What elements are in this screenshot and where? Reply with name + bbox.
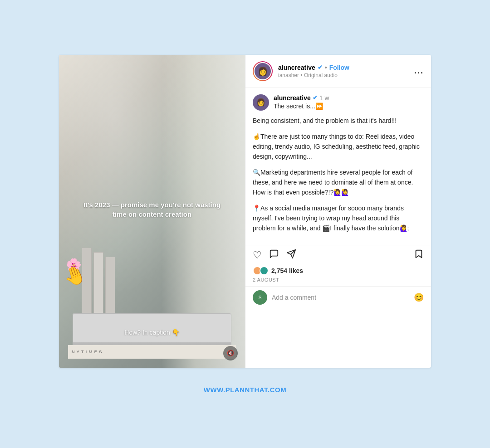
commenter-avatar-text: S xyxy=(259,295,262,300)
newspaper-decoration: N Y T I M E S xyxy=(68,345,236,359)
caption-para-4: 📍As a social media manager for soooo man… xyxy=(253,204,424,233)
header-username-text[interactable]: aluncreative xyxy=(278,64,315,71)
image-overlay-text: It's 2023 — promise me you're not wastin… xyxy=(78,200,226,219)
header-sub-line: ianasher • Original audio xyxy=(278,72,409,78)
post-time: 1 w xyxy=(319,94,329,102)
post-avatar[interactable]: 👩 xyxy=(253,94,269,111)
like-avatar-2 xyxy=(260,266,269,275)
header-verified-badge: ✔ xyxy=(318,64,323,71)
actions-row: ♡ xyxy=(245,245,431,264)
instagram-post-card: 🌸 🤚 N Y T I M E S It's 2023 — promise me… xyxy=(59,55,431,368)
caption-para-3: 🔍Marketing departments hire several peop… xyxy=(253,168,424,197)
comment-input[interactable]: Add a comment xyxy=(272,294,409,301)
post-date: 2 AUGUST xyxy=(245,276,431,286)
like-button[interactable]: ♡ xyxy=(253,249,262,261)
header-info: aluncreative ✔ • Follow ianasher • Origi… xyxy=(278,64,409,78)
caption-body: Being consistent, and the problem is tha… xyxy=(245,114,431,245)
likes-count[interactable]: 2,754 likes xyxy=(271,267,303,274)
share-button[interactable] xyxy=(286,249,296,262)
book-3 xyxy=(105,257,115,313)
comment-row: S Add a comment 😊 xyxy=(245,286,431,308)
likes-row: 2,754 likes xyxy=(245,264,431,276)
laptop-screen xyxy=(73,313,231,343)
post-username[interactable]: aluncreative xyxy=(274,94,311,102)
header-separator: • xyxy=(325,64,327,71)
follow-button[interactable]: Follow xyxy=(329,64,349,71)
comment-button[interactable] xyxy=(269,249,279,262)
image-caption-hint: How? In caption 👇 xyxy=(124,329,179,336)
like-avatars xyxy=(253,266,269,275)
mute-button[interactable]: 🔇 xyxy=(223,346,238,360)
caption-para-2: ☝️There are just too many things to do: … xyxy=(253,132,424,161)
post-top-header: 👩 aluncreative ✔ • Follow ianasher • Ori… xyxy=(245,55,431,88)
image-panel: 🌸 🤚 N Y T I M E S It's 2023 — promise me… xyxy=(59,55,245,368)
header-username-row: aluncreative ✔ • Follow xyxy=(278,64,409,71)
post-user-info: aluncreative ✔ 1 w The secret is...⏩ xyxy=(274,94,424,110)
content-panel: 👩 aluncreative ✔ • Follow ianasher • Ori… xyxy=(245,55,431,368)
more-options-button[interactable]: ... xyxy=(414,66,424,76)
post-inner-header: 👩 aluncreative ✔ 1 w The secret is...⏩ xyxy=(245,88,431,114)
commenter-avatar: S xyxy=(253,290,267,305)
mute-icon: 🔇 xyxy=(227,350,234,356)
book-2 xyxy=(93,252,103,313)
post-username-row: aluncreative ✔ 1 w xyxy=(274,94,424,102)
avatar-gradient-ring: 👩 xyxy=(253,61,273,81)
caption-para-1: Being consistent, and the problem is tha… xyxy=(253,116,424,126)
emoji-button[interactable]: 😊 xyxy=(414,292,424,302)
header-avatar[interactable]: 👩 xyxy=(254,62,272,80)
post-verified-badge: ✔ xyxy=(313,94,318,101)
footer-url: WWW.PLANNTHAT.COM xyxy=(204,386,286,394)
post-first-line: The secret is...⏩ xyxy=(274,102,424,110)
save-button[interactable] xyxy=(414,249,424,262)
